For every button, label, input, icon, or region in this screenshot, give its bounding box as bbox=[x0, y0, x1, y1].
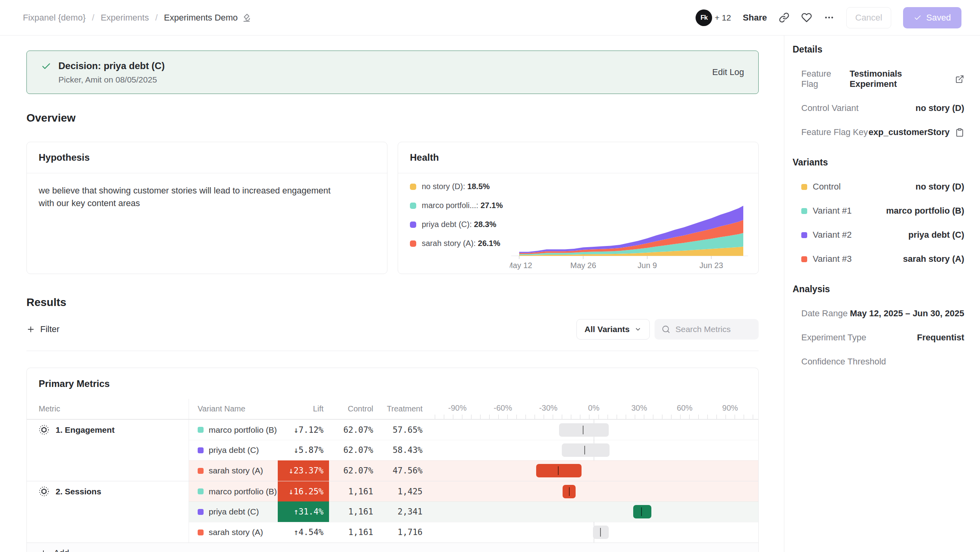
variant-cell: sarah story (A) bbox=[189, 522, 278, 543]
sidebar-row-label: Variant #2 bbox=[801, 230, 852, 240]
confidence-interval-bar bbox=[562, 443, 610, 457]
axis-minor-tick bbox=[644, 415, 644, 419]
sidebar-section-title-analysis: Analysis bbox=[793, 284, 964, 295]
metric-cell: 2. Sessions bbox=[27, 481, 189, 501]
saved-button[interactable]: Saved bbox=[903, 7, 961, 28]
hypothesis-card: Hypothesis we believe that showing custo… bbox=[26, 142, 387, 274]
lift-axis-header: -90%-60%-30%0%30%60%90% bbox=[426, 399, 758, 419]
sidebar-row-analysis: Confidence Threshold bbox=[801, 357, 964, 367]
lift-cell: ↓5.87% bbox=[278, 440, 329, 460]
table-header: Metric Variant Name Lift Control Treatme… bbox=[27, 399, 758, 419]
axis-minor-tick bbox=[544, 415, 544, 419]
sidebar-row-value-text: priya debt (C) bbox=[908, 230, 964, 240]
legend-label: priya debt (C): 28.3% bbox=[422, 220, 496, 229]
variant-swatch bbox=[198, 509, 204, 515]
treatment-cell: 2,341 bbox=[376, 501, 426, 522]
page-title: Experiments Demo bbox=[164, 13, 238, 23]
variant-name: sarah story (A) bbox=[209, 528, 263, 537]
collaborators-group[interactable]: Fk + 12 bbox=[696, 9, 731, 26]
add-filter-button[interactable]: Filter bbox=[26, 324, 60, 334]
sidebar-row-label-text: Variant #1 bbox=[813, 206, 852, 216]
treatment-cell: 57.65% bbox=[376, 420, 426, 440]
sidebar-row-label: Variant #1 bbox=[801, 206, 852, 216]
health-card: Health no story (D): 18.5%marco portfoli… bbox=[398, 142, 759, 274]
lift-center-tick bbox=[600, 528, 601, 537]
primary-metrics-title: Primary Metrics bbox=[27, 368, 758, 399]
lift-center-tick bbox=[583, 426, 584, 434]
variant-swatch bbox=[801, 208, 807, 214]
link-icon[interactable] bbox=[779, 12, 789, 23]
lift-cell: ↓23.37% bbox=[278, 460, 329, 481]
chevron-down-icon bbox=[634, 326, 641, 333]
axis-minor-tick bbox=[617, 415, 617, 419]
search-icon bbox=[662, 325, 670, 334]
sidebar-row-value: May 12, 2025 – Jun 30, 2025 bbox=[850, 308, 964, 319]
health-title: Health bbox=[398, 142, 758, 173]
axis-minor-tick bbox=[635, 415, 635, 419]
legend-swatch bbox=[410, 184, 416, 190]
external-link-icon[interactable] bbox=[955, 75, 964, 84]
axis-minor-tick bbox=[608, 415, 608, 419]
axis-label: -90% bbox=[448, 404, 467, 413]
variant-name: priya debt (C) bbox=[209, 445, 259, 455]
health-stacked-area-chart: May 12May 26Jun 9Jun 23 bbox=[510, 201, 748, 270]
table-row: sarah story (A)↑4.54%1,1611,716 bbox=[27, 522, 758, 543]
metrics-search[interactable] bbox=[655, 319, 759, 340]
saved-button-label: Saved bbox=[926, 13, 951, 23]
variant-cell: marco portfolio (B) bbox=[189, 481, 278, 501]
confidence-interval-cell bbox=[426, 481, 758, 501]
cancel-button[interactable]: Cancel bbox=[846, 7, 891, 28]
sidebar-row-details: Feature FlagTestimonials Experiment bbox=[801, 69, 964, 89]
column-header-lift: Lift bbox=[278, 399, 329, 419]
axis-minor-tick bbox=[562, 415, 562, 419]
sidebar-section-title-details: Details bbox=[793, 44, 964, 55]
sidebar-row-label: Experiment Type bbox=[801, 332, 866, 343]
axis-minor-tick bbox=[516, 415, 517, 419]
breadcrumb-project[interactable]: Fixpanel {demo} bbox=[23, 13, 86, 23]
axis-minor-tick bbox=[744, 415, 744, 419]
top-header: Fixpanel {demo} / Experiments / Experime… bbox=[0, 0, 980, 36]
lift-cell: ↑31.4% bbox=[278, 501, 329, 522]
primary-metrics-card: Primary Metrics Metric Variant Name Lift… bbox=[26, 368, 759, 552]
axis-minor-tick bbox=[689, 415, 690, 419]
breadcrumb: Fixpanel {demo} / Experiments / Experime… bbox=[23, 13, 251, 23]
variant-name: priya debt (C) bbox=[209, 507, 259, 516]
variant-cell: priya debt (C) bbox=[189, 501, 278, 522]
breadcrumb-experiments[interactable]: Experiments bbox=[101, 13, 149, 23]
row-data: sarah story (A)↓23.37%62.07%47.56% bbox=[189, 460, 758, 481]
details-sidebar: DetailsFeature FlagTestimonials Experime… bbox=[784, 36, 980, 552]
heart-icon[interactable] bbox=[801, 12, 812, 23]
legend-label: marco portfoli...: 27.1% bbox=[422, 201, 503, 210]
legend-swatch bbox=[410, 222, 416, 228]
axis-minor-tick bbox=[526, 415, 526, 419]
add-metric-button[interactable]: Add bbox=[27, 543, 758, 552]
more-options-icon[interactable] bbox=[824, 12, 834, 23]
variant-name: sarah story (A) bbox=[209, 466, 263, 475]
confidence-interval-bar bbox=[536, 464, 582, 477]
variant-swatch bbox=[198, 468, 204, 474]
health-legend-item: sarah story (A): 26.1% bbox=[410, 239, 503, 248]
legend-label: sarah story (A): 26.1% bbox=[422, 239, 500, 248]
sidebar-section-title-variants: Variants bbox=[793, 157, 964, 168]
axis-minor-tick bbox=[462, 415, 462, 419]
breadcrumb-separator: / bbox=[92, 13, 94, 23]
metric-cell bbox=[27, 522, 189, 543]
sidebar-row-label-text: Control bbox=[813, 182, 841, 192]
search-input[interactable] bbox=[675, 325, 746, 334]
sidebar-row-label: Date Range bbox=[801, 308, 847, 319]
clipboard-icon[interactable] bbox=[955, 128, 964, 137]
axis-minor-tick bbox=[453, 415, 453, 419]
table-row: 2. Sessionsmarco portfolio (B)↓16.25%1,1… bbox=[27, 481, 758, 501]
axis-minor-tick bbox=[589, 415, 589, 419]
variants-dropdown[interactable]: All Variants bbox=[576, 319, 650, 340]
axis-minor-tick bbox=[580, 415, 580, 419]
metric-name: 2. Sessions bbox=[56, 487, 101, 496]
edit-log-link[interactable]: Edit Log bbox=[712, 67, 744, 77]
share-button[interactable]: Share bbox=[743, 13, 767, 23]
avatar[interactable]: Fk bbox=[696, 9, 712, 26]
microscope-icon bbox=[242, 13, 251, 23]
lift-center-tick bbox=[569, 487, 570, 496]
goal-icon bbox=[39, 424, 49, 435]
variant-swatch bbox=[801, 184, 807, 190]
check-icon bbox=[914, 14, 922, 22]
